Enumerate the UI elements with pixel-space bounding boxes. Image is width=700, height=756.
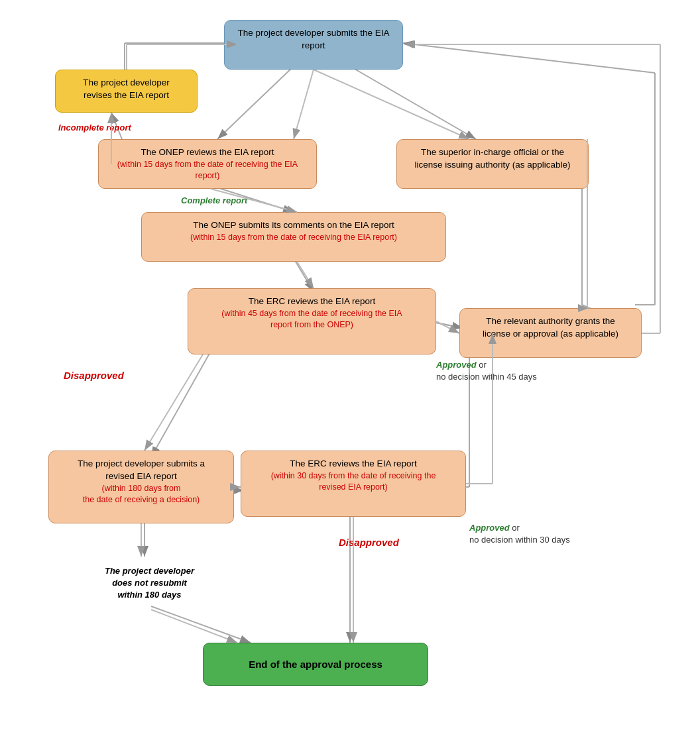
erc-reviews-2-sub: (within 30 days from the date of receivi… [251,470,456,494]
svg-line-1 [217,66,294,139]
revise-eia-box: The project developerrevises the EIA rep… [55,70,198,113]
revised-submit-main: The project developer submits arevised E… [58,458,224,483]
onep-submits-box: The ONEP submits its comments on the EIA… [141,212,446,262]
erc-reviews-2-main: The ERC reviews the EIA report [251,458,456,470]
erc-reviews-1-box: The ERC reviews the EIA report (within 4… [188,288,436,354]
svg-line-36 [436,321,459,333]
approved-1-days: no decision within 45 days [436,372,537,382]
onep-submits-main: The ONEP submits its comments on the EIA… [151,219,436,232]
superior-official-text: The superior in-charge official or theli… [415,147,571,170]
approved-2-text: Approved [469,523,510,533]
revise-eia-text: The project developerrevises the EIA rep… [83,78,170,100]
approved-2-days: no decision within 30 days [469,535,570,545]
approved-2-label: Approved or no decision within 30 days [469,522,570,546]
erc-reviews-1-sub: (within 45 days from the date of receivi… [198,308,426,331]
revised-submit-box: The project developer submits arevised E… [48,451,234,523]
approved-1-label: Approved or no decision within 45 days [436,359,537,383]
svg-line-24 [314,70,469,139]
no-resubmit-box: The project developerdoes not resubmitwi… [78,557,221,610]
erc-reviews-2-box: The ERC reviews the EIA report (within 3… [241,451,466,517]
revised-submit-sub: (within 180 days fromthe date of receivi… [58,483,224,506]
complete-label: Complete report [181,195,247,205]
onep-reviews-box: The ONEP reviews the EIA report (within … [98,139,317,189]
relevant-authority-box: The relevant authority grants thelicense… [459,308,642,358]
approved-1-or: or [477,360,487,370]
erc-reviews-1-main: The ERC reviews the EIA report [198,296,426,308]
incomplete-label: Incomplete report [58,123,131,133]
no-resubmit-text: The project developerdoes not resubmitwi… [105,565,194,602]
superior-official-box: The superior in-charge official or theli… [396,139,589,189]
end-process-text: End of the approval process [249,657,382,671]
disapproved-1-label: Disapproved [64,370,124,381]
svg-line-10 [403,43,655,73]
approved-2-or: or [510,523,520,533]
onep-reviews-sub: (within 15 days from the date of receivi… [108,159,307,182]
disapproved-2-label: Disapproved [339,537,399,548]
onep-reviews-main: The ONEP reviews the EIA report [108,146,307,159]
svg-line-29 [297,262,314,288]
svg-line-4 [294,258,314,292]
diagram-container: The project developer submits the EIA re… [19,7,681,749]
svg-line-17 [151,606,251,643]
svg-line-35 [145,354,203,451]
onep-submits-sub: (within 15 days from the date of receivi… [151,232,436,244]
relevant-authority-text: The relevant authority grants thelicense… [483,316,618,339]
submit-eia-text: The project developer submits the EIA re… [238,28,390,50]
svg-line-2 [350,66,476,139]
svg-line-11 [151,351,211,457]
svg-line-42 [151,610,237,643]
svg-line-23 [294,70,314,139]
end-process-box: End of the approval process [203,643,428,686]
submit-eia-box: The project developer submits the EIA re… [224,20,403,70]
approved-1-text: Approved [436,360,477,370]
